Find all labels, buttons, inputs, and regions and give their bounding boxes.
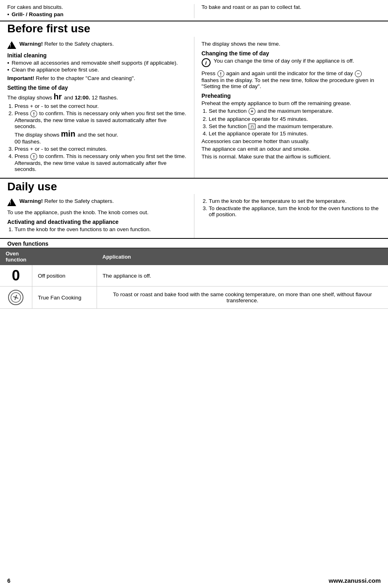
- warning-row: Warning! Refer to the Safety chapters.: [7, 41, 187, 49]
- confirm-clock-icon: !: [30, 110, 37, 117]
- daily-warning-label: Warning!: [19, 198, 43, 204]
- oven-functions-label: Oven functions: [0, 239, 388, 248]
- push-knob-text: To use the appliance, push the knob. The…: [7, 209, 187, 215]
- normal-text: This is normal. Make sure that the airfl…: [202, 154, 381, 160]
- bullet-symbol: ▪: [7, 67, 9, 73]
- before-first-use-heading-area: Before first use: [0, 21, 388, 35]
- changing-time-heading: Changing the time of day: [202, 50, 381, 57]
- important-label: Important!: [7, 75, 34, 81]
- display-shows-new-time: The display shows the new time.: [202, 41, 381, 47]
- cleaning-bullet2: ▪ Clean the appliance before first use.: [7, 67, 187, 73]
- setting-time-steps: Press + or - to set the correct hour. Pr…: [15, 103, 187, 172]
- cleaning-text1: Remove all accessories and removable she…: [12, 60, 178, 66]
- time-12: 12:00.: [75, 95, 90, 101]
- daily-right: Turn the knob for the temperature to set…: [194, 194, 388, 238]
- table-row: 0 Off position The appliance is off.: [0, 265, 388, 287]
- daily-use-heading-area: Daily use: [0, 179, 388, 193]
- initial-cleaning-heading: Initial cleaning: [7, 52, 187, 59]
- fan-cooking-icon: [8, 290, 23, 305]
- daily-step2: Turn the knob for the temperature to set…: [209, 198, 381, 204]
- activating-heading: Activating and deactivating the applianc…: [7, 219, 187, 225]
- preheating-heading: Preheating: [202, 93, 381, 99]
- col-right: The display shows the new time. Changing…: [194, 37, 388, 178]
- footer: 6 www.zanussi.com: [0, 577, 388, 584]
- main-content: Warning! Refer to the Safety chapters. I…: [0, 37, 388, 179]
- cleaning-bullet1: ▪ Remove all accessories and removable s…: [7, 60, 187, 66]
- pre-step2: Let the appliance operate for 45 minutes…: [209, 116, 381, 122]
- daily-step1: Turn the knob for the oven functions to …: [15, 226, 187, 232]
- daily-use-title: Daily use: [7, 180, 381, 193]
- setting-time-heading: Setting the time of day: [7, 84, 187, 91]
- pre-step1: Set the function ☀ and the maximum tempe…: [209, 108, 381, 115]
- bullet-symbol: ▪: [7, 11, 9, 17]
- off-position-application: The appliance is off.: [97, 265, 388, 287]
- step4: Press ! to confirm. This is necessary on…: [15, 153, 187, 172]
- accessories-text: Accessories can become hotter than usual…: [202, 138, 381, 144]
- oven-table-header-row: Oven function Application: [0, 248, 388, 266]
- pre-step3: Set the function ⊓ and the maximum tempe…: [209, 123, 381, 129]
- daily-step3: To deactivate the appliance, turn the kn…: [209, 205, 381, 217]
- cleaning-text2: Clean the appliance before first use.: [12, 67, 99, 73]
- step2: Press ! to confirm. This is necessary on…: [15, 110, 187, 145]
- hr-symbol: hr: [54, 92, 64, 101]
- info-row: i You can change the time of day only if…: [202, 58, 381, 67]
- page: For cakes and biscuits. ▪ Grill- / Roast…: [0, 0, 388, 588]
- daily-warning-body: Refer to the Safety chapters.: [44, 198, 114, 204]
- top-left: For cakes and biscuits. ▪ Grill- / Roast…: [0, 4, 194, 18]
- important-body: Refer to the chapter "Care and cleaning"…: [36, 75, 135, 81]
- pre-step4: Let the appliance operate for 15 minutes…: [209, 131, 381, 137]
- zero-symbol: 0: [12, 267, 20, 284]
- odour-text: The appliance can emit an odour and smok…: [202, 146, 381, 152]
- oven-table-col1-header: Oven function: [0, 248, 32, 266]
- warning-triangle-icon: [7, 41, 16, 49]
- daily-warning-row: Warning! Refer to the Safety chapters.: [7, 198, 187, 206]
- oven-table-col2-header: Application: [97, 248, 388, 266]
- clock-exclaim-icon: !: [217, 70, 224, 77]
- fan-svg: [11, 292, 21, 303]
- daily-content: Warning! Refer to the Safety chapters. T…: [0, 194, 388, 239]
- setting-time-text1: The display shows hr and 12:00. 12 flash…: [7, 92, 187, 101]
- fan-cooking-symbol-cell: [0, 287, 32, 309]
- oven-table-col1-header-spacer: [32, 248, 97, 266]
- step1: Press + or - to set the correct hour.: [15, 103, 187, 109]
- off-position-symbol-cell: 0: [0, 265, 32, 287]
- fan-cooking-name: True Fan Cooking: [32, 287, 97, 309]
- top-right-text1: To bake and roast or as pan to collect f…: [202, 4, 381, 10]
- page-number: 6: [7, 577, 11, 584]
- warning-body: Refer to the Safety chapters.: [44, 41, 114, 47]
- twelve-flashes: 12 flashes.: [92, 95, 118, 101]
- preheating-text: Preheat the empty appliance to burn off …: [202, 100, 381, 106]
- warning-text: Warning! Refer to the Safety chapters.: [19, 41, 114, 47]
- oven-table: Oven function Application 0 Off position…: [0, 248, 388, 309]
- top-left-text1: For cakes and biscuits.: [7, 4, 187, 10]
- off-position-name: Off position: [32, 265, 97, 287]
- step3: Press + or - to set the correct minutes.: [15, 146, 187, 152]
- confirm-clock-icon2: !: [30, 153, 37, 160]
- fan-cooking-application: To roast or roast and bake food with the…: [97, 287, 388, 309]
- important-text: Important! Refer to the chapter "Care an…: [7, 75, 187, 81]
- info-text: You can change the time of day only if t…: [214, 58, 354, 64]
- daily-left: Warning! Refer to the Safety chapters. T…: [0, 194, 194, 238]
- daily-warning-text: Warning! Refer to the Safety chapters.: [19, 198, 114, 204]
- website-url: www.zanussi.com: [329, 577, 381, 584]
- daily-warning-triangle-icon: [7, 198, 16, 206]
- daily-steps-right: Turn the knob for the temperature to set…: [209, 198, 381, 217]
- warning-label: Warning!: [19, 41, 43, 47]
- svg-point-1: [15, 297, 17, 299]
- top-section: For cakes and biscuits. ▪ Grill- / Roast…: [0, 0, 388, 21]
- daily-steps: Turn the knob for the oven functions to …: [15, 226, 187, 232]
- grill-roasting-pan: Grill- / Roasting pan: [12, 11, 63, 17]
- press-again-text: Press ! again and again until the indica…: [202, 70, 381, 89]
- bullet-symbol: ▪: [7, 60, 9, 66]
- top-right: To bake and roast or as pan to collect f…: [194, 4, 388, 18]
- before-first-use-title: Before first use: [7, 22, 381, 35]
- col-left: Warning! Refer to the Safety chapters. I…: [0, 37, 194, 178]
- clock-minus-icon: −: [355, 70, 362, 77]
- table-row: True Fan Cooking To roast or roast and b…: [0, 287, 388, 309]
- func-circle-icon: ☀: [249, 108, 255, 115]
- top-left-bullet: ▪ Grill- / Roasting pan: [7, 11, 187, 17]
- min-symbol: min: [61, 129, 78, 138]
- info-icon: i: [202, 58, 211, 67]
- func-box-icon: ⊓: [249, 124, 255, 129]
- preheating-steps: Set the function ☀ and the maximum tempe…: [209, 108, 381, 137]
